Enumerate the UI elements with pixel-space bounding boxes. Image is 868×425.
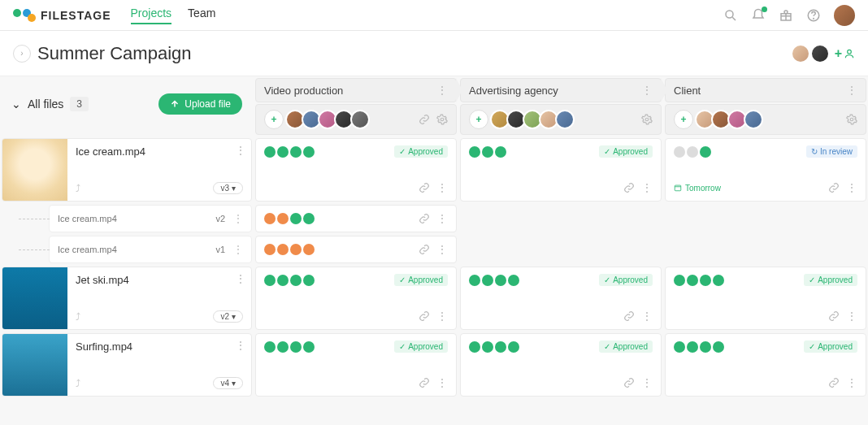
gear-icon[interactable] xyxy=(641,114,653,125)
card-menu[interactable]: ⋮ xyxy=(436,310,448,323)
card-menu[interactable]: ⋮ xyxy=(641,310,653,323)
review-status-dots xyxy=(264,244,315,255)
file-thumbnail xyxy=(2,334,67,397)
stage-name: Video production xyxy=(264,85,343,97)
version-menu[interactable]: ⋮ xyxy=(233,244,243,255)
stage-menu[interactable]: ⋮ xyxy=(641,84,653,97)
review-card[interactable]: ✓ Approved ⋮ xyxy=(665,333,866,397)
file-card[interactable]: ⋮ Jet ski.mp4 ⤴ v2 ▾ xyxy=(2,267,252,330)
card-menu[interactable]: ⋮ xyxy=(436,181,448,194)
svg-rect-11 xyxy=(675,185,681,191)
link-icon[interactable] xyxy=(419,213,430,224)
topbar: FILESTAGE Projects Team xyxy=(0,0,868,31)
link-icon[interactable] xyxy=(419,182,430,193)
review-card[interactable]: ✓ Approved ⋮ xyxy=(255,267,457,330)
file-name: Ice cream.mp4 xyxy=(58,245,117,254)
reviewer-avatar[interactable] xyxy=(555,110,575,129)
link-icon[interactable] xyxy=(828,377,840,388)
link-icon[interactable] xyxy=(419,377,430,388)
status-badge: ✓ Approved xyxy=(599,145,653,158)
status-badge: ✓ Approved xyxy=(804,274,857,286)
file-name: Ice cream.mp4 xyxy=(76,145,243,158)
card-menu[interactable]: ⋮ xyxy=(436,376,448,389)
link-icon[interactable] xyxy=(419,114,430,125)
review-card[interactable]: ↻ In review Tomorrow ⋮ xyxy=(665,138,866,202)
review-card[interactable]: ✓ Approved ⋮ xyxy=(460,333,662,397)
review-card[interactable]: ✓ Approved ⋮ xyxy=(460,267,662,330)
card-menu[interactable]: ⋮ xyxy=(846,310,857,323)
svg-point-6 xyxy=(814,18,814,19)
review-card[interactable]: ✓ Approved ⋮ xyxy=(255,333,457,397)
file-menu[interactable]: ⋮ xyxy=(235,339,246,352)
reviewer-avatar[interactable] xyxy=(744,110,763,129)
version-label: v2 xyxy=(215,214,225,223)
review-card[interactable]: ✓ Approved ⋮ xyxy=(460,138,662,202)
file-count: 3 xyxy=(70,97,89,111)
review-status-dots xyxy=(674,275,724,286)
bell-icon[interactable] xyxy=(751,8,766,23)
logo-text: FILESTAGE xyxy=(41,9,111,22)
gear-icon[interactable] xyxy=(846,114,857,125)
card-menu[interactable]: ⋮ xyxy=(641,181,653,194)
project-members: + xyxy=(791,44,855,63)
file-thumbnail xyxy=(2,139,67,202)
member-avatar[interactable] xyxy=(810,44,830,63)
file-version-row[interactable]: Ice cream.mp4 v1 ⋮ xyxy=(49,236,252,263)
link-icon[interactable] xyxy=(623,377,635,388)
member-avatar[interactable] xyxy=(791,44,810,63)
version-pill[interactable]: v3 ▾ xyxy=(213,182,243,194)
review-status-dots xyxy=(469,146,506,158)
reviewer-avatar[interactable] xyxy=(350,110,370,129)
nav-team[interactable]: Team xyxy=(188,7,215,24)
upload-version-icon[interactable]: ⤴ xyxy=(76,183,80,194)
file-menu[interactable]: ⋮ xyxy=(235,144,246,157)
version-label: v1 xyxy=(215,245,225,254)
add-reviewer-button[interactable]: + xyxy=(469,110,488,129)
link-icon[interactable] xyxy=(623,182,635,193)
user-avatar[interactable] xyxy=(834,5,855,26)
link-icon[interactable] xyxy=(828,182,840,193)
version-pill[interactable]: v2 ▾ xyxy=(213,310,243,323)
all-files-toggle[interactable]: ⌄ All files 3 xyxy=(11,97,89,111)
review-card[interactable]: ✓ Approved ⋮ xyxy=(255,138,457,202)
svg-point-7 xyxy=(848,50,852,54)
file-card[interactable]: ⋮ Ice cream.mp4 ⤴ v3 ▾ xyxy=(2,138,252,202)
review-card[interactable]: ✓ Approved ⋮ xyxy=(665,267,866,330)
file-version-row[interactable]: Ice cream.mp4 v2 ⋮ xyxy=(49,205,252,232)
project-title: Summer Campaign xyxy=(37,43,192,64)
file-card[interactable]: ⋮ Surfing.mp4 ⤴ v4 ▾ xyxy=(2,333,252,397)
review-card[interactable]: ⋮ xyxy=(255,236,457,263)
link-icon[interactable] xyxy=(419,310,430,322)
upload-file-button[interactable]: Upload file xyxy=(158,93,242,115)
help-icon[interactable] xyxy=(806,8,821,23)
upload-version-icon[interactable]: ⤴ xyxy=(76,378,80,389)
link-icon[interactable] xyxy=(419,244,430,255)
add-reviewer-button[interactable]: + xyxy=(264,110,284,129)
card-menu[interactable]: ⋮ xyxy=(846,376,857,389)
version-pill[interactable]: v4 ▾ xyxy=(213,377,243,389)
review-status-dots xyxy=(469,275,519,286)
logo[interactable]: FILESTAGE xyxy=(13,9,111,22)
add-member-button[interactable]: + xyxy=(835,46,855,61)
review-card[interactable]: ⋮ xyxy=(255,205,457,232)
file-menu[interactable]: ⋮ xyxy=(235,272,246,285)
search-icon[interactable] xyxy=(723,8,738,23)
stage-menu[interactable]: ⋮ xyxy=(846,84,857,97)
version-menu[interactable]: ⋮ xyxy=(233,213,243,224)
link-icon[interactable] xyxy=(828,310,840,322)
card-menu[interactable]: ⋮ xyxy=(436,243,448,256)
svg-point-0 xyxy=(726,11,733,18)
upload-version-icon[interactable]: ⤴ xyxy=(76,311,80,323)
stage-menu[interactable]: ⋮ xyxy=(436,84,448,97)
gear-icon[interactable] xyxy=(436,114,448,125)
gift-icon[interactable] xyxy=(779,8,793,23)
collapse-toggle[interactable]: › xyxy=(13,45,31,63)
link-icon[interactable] xyxy=(623,310,635,322)
add-reviewer-button[interactable]: + xyxy=(674,110,693,129)
card-menu[interactable]: ⋮ xyxy=(641,376,653,389)
card-menu[interactable]: ⋮ xyxy=(846,181,857,194)
card-menu[interactable]: ⋮ xyxy=(436,212,448,225)
main-nav: Projects Team xyxy=(131,7,216,24)
nav-projects[interactable]: Projects xyxy=(131,7,172,24)
status-badge: ✓ Approved xyxy=(394,274,448,286)
